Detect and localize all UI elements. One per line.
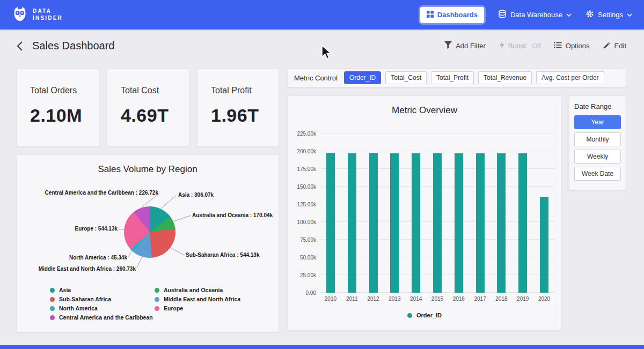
y-axis-tick: 50.00k — [300, 255, 316, 261]
metric-button-total-profit[interactable]: Total_Profit — [431, 71, 474, 84]
y-axis-tick: 75.00k — [300, 237, 316, 243]
bar-2010 — [326, 153, 335, 293]
pie-callout-europe: Europe : 544.13k — [32, 226, 118, 232]
date-range-button-weekly[interactable]: Weekly — [574, 150, 621, 164]
bar-2019 — [518, 153, 527, 293]
kpi-card-total-orders: Total Orders 2.10M — [16, 68, 99, 146]
bar-legend-item-order-id[interactable]: Order_ID — [407, 312, 442, 318]
legend-item-asia[interactable]: Asia — [50, 287, 149, 293]
kpi-label: Total Cost — [121, 86, 189, 95]
x-axis-label: 2013 — [384, 296, 405, 302]
metric-button-avg-cost-per-order[interactable]: Avg. Cost per Order — [536, 71, 604, 84]
x-axis-label: 2014 — [405, 296, 427, 302]
kpi-value: 1.96T — [211, 105, 279, 126]
y-axis-tick: 125.00k — [297, 202, 316, 207]
date-range-button-week-date[interactable]: Week Date — [574, 167, 621, 181]
pie-callout-sub-saharan-africa: Sub-Saharan Africa : 544.13k — [186, 252, 259, 258]
legend-item-middle-east-and-north-africa[interactable]: Middle East and North Africa — [155, 296, 240, 302]
dashboards-button[interactable]: Dashboards — [420, 7, 484, 23]
y-axis-tick: 100.00k — [297, 219, 316, 225]
bar-2011 — [348, 153, 356, 293]
footer-strip — [0, 345, 644, 349]
back-button[interactable] — [16, 41, 24, 51]
legend-dot — [155, 288, 159, 293]
brand-name: DATA INSIDER — [33, 9, 63, 21]
bar-2015 — [433, 153, 442, 293]
metric-button-order-id[interactable]: Order_ID — [344, 71, 381, 84]
x-axis-label: 2011 — [341, 296, 363, 302]
date-range-label: Date Range — [574, 102, 621, 110]
legend-item-sub-saharan-africa[interactable]: Sub-Saharan Africa — [50, 296, 149, 302]
x-axis-label: 2010 — [320, 296, 341, 302]
legend-item-australia-and-oceania[interactable]: Australia and Oceania — [155, 287, 240, 293]
y-axis-tick: 25.00k — [300, 272, 316, 278]
kpi-value: 4.69T — [121, 105, 189, 126]
y-axis-tick: 150.00k — [297, 184, 316, 190]
x-axis-label: 2018 — [491, 296, 513, 302]
legend-dot — [50, 315, 55, 320]
y-axis-tick: 0.00 — [306, 290, 316, 296]
bar-2016 — [455, 153, 463, 293]
boost-lightning-icon — [499, 41, 504, 50]
legend-item-europe[interactable]: Europe — [155, 305, 240, 311]
legend-dot — [155, 306, 159, 311]
pie-chart[interactable] — [124, 206, 175, 258]
date-range-buttons: YearMonthlyWeeklyWeek Date — [574, 115, 621, 181]
bar-chart-title: Metric Overview — [288, 105, 561, 116]
brand-logo[interactable]: DATA INSIDER — [12, 6, 63, 24]
x-axis-label: 2015 — [427, 296, 448, 302]
kpi-card-total-profit: Total Profit 1.96T — [197, 68, 279, 146]
pie-callout-australia-and-oceania: Australia and Oceania : 170.04k — [192, 212, 273, 218]
y-axis-tick: 225.00k — [297, 131, 316, 137]
pie-callout-central-america-and-the-caribbean: Central America and the Caribbean : 226.… — [28, 190, 158, 196]
pie-legend: AsiaSub-Saharan AfricaNorth AmericaCentr… — [50, 287, 240, 321]
bar-legend-dot — [407, 313, 412, 318]
date-range-button-monthly[interactable]: Monthly — [574, 132, 621, 146]
bar-2013 — [390, 153, 399, 293]
metric-control-label: Metric Control — [294, 74, 338, 82]
list-icon — [554, 42, 562, 50]
metric-control-bar: Metric Control Order_IDTotal_CostTotal_P… — [287, 68, 626, 87]
data-warehouse-menu[interactable]: Data Warehouse — [498, 10, 572, 20]
filter-funnel-icon — [444, 41, 452, 50]
database-icon — [498, 10, 507, 20]
boost-toggle[interactable]: Boost: Off — [499, 41, 541, 50]
legend-item-central-america-and-the-caribbean[interactable]: Central America and the Caribbean — [50, 314, 149, 321]
bars-row — [320, 133, 555, 293]
pie-callout-asia: Asia : 306.07k — [178, 192, 214, 198]
grid-icon — [427, 11, 434, 19]
x-axis-label: 2020 — [533, 296, 555, 302]
legend-item-north-america[interactable]: North America — [50, 305, 149, 311]
add-filter-button[interactable]: Add Filter — [444, 41, 486, 50]
chevron-down-icon — [566, 11, 572, 19]
boost-state: Off — [532, 42, 541, 50]
y-axis-tick: 175.00k — [297, 166, 316, 172]
x-labels: 2010201120122013201420152016201720182019… — [320, 296, 555, 302]
top-navbar: DATA INSIDER Dashboards — [0, 0, 644, 29]
legend-dot — [50, 288, 55, 293]
x-axis-label: 2019 — [512, 296, 533, 302]
x-axis-label: 2012 — [363, 296, 384, 302]
edit-button[interactable]: Edit — [603, 41, 626, 51]
metric-button-total-cost[interactable]: Total_Cost — [385, 71, 427, 84]
owl-logo-icon — [12, 6, 28, 24]
pie-callout-middle-east-and-north-africa: Middle East and North Africa : 260.73k — [32, 266, 136, 272]
pencil-icon — [603, 41, 611, 51]
chevron-down-icon — [627, 11, 632, 19]
bar-plot: 0.0025.00k50.00k75.00k100.00k125.00k150.… — [320, 133, 555, 293]
settings-menu[interactable]: Settings — [586, 10, 632, 20]
bar-2020 — [540, 197, 548, 293]
bar-chart-card: Metric Overview 0.0025.00k50.00k75.00k10… — [287, 95, 562, 331]
date-range-button-year[interactable]: Year — [574, 115, 621, 129]
bar-2012 — [369, 153, 378, 293]
page-header: Sales Dashboard Add Filter Boost: Off — [16, 40, 626, 52]
kpi-label: Total Profit — [211, 86, 279, 95]
pie-chart-title: Sales Volume by Region — [17, 164, 279, 175]
kpi-value: 2.10M — [30, 105, 99, 126]
metric-button-total-revenue[interactable]: Total_Revenue — [478, 71, 532, 84]
page-title: Sales Dashboard — [32, 40, 114, 52]
x-axis-label: 2017 — [470, 296, 491, 302]
kpi-label: Total Orders — [30, 86, 99, 95]
bar-2017 — [476, 153, 485, 293]
options-button[interactable]: Options — [554, 42, 590, 50]
